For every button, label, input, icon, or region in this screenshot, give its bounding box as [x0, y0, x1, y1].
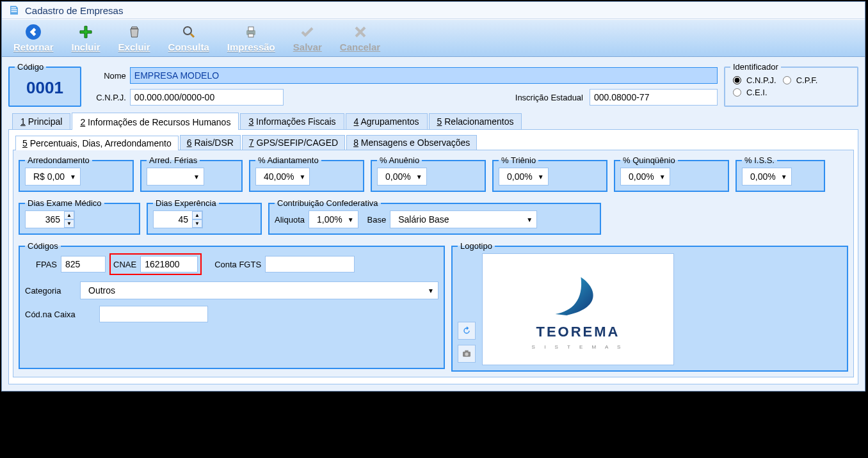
- spin-up-icon[interactable]: ▲: [192, 211, 202, 219]
- body-area: Código 0001 Nome C.N.P.J. Inscrição Esta…: [2, 57, 865, 391]
- subtab-rais[interactable]: 6 Rais/DSR: [180, 135, 241, 150]
- window-title: Cadastro de Empresas: [25, 5, 123, 16]
- spin-up-icon[interactable]: ▲: [64, 211, 74, 219]
- svg-rect-3: [248, 27, 253, 31]
- codigo-label: Código: [15, 62, 46, 72]
- adiantamento-combo[interactable]: 40,00%▼: [255, 168, 310, 186]
- anuenio-combo[interactable]: 0,00%▼: [377, 168, 427, 186]
- tab-body: 5 Percentuais, Dias, Arredondamento 6 Ra…: [8, 130, 858, 384]
- categoria-combo[interactable]: Outros▼: [80, 281, 438, 299]
- arred-ferias-combo[interactable]: ▼: [147, 168, 204, 186]
- subtab-percentuais[interactable]: 5 Percentuais, Dias, Arredondamento: [15, 136, 179, 150]
- conta-fgts-label: Conta FGTS: [214, 260, 261, 269]
- dias-exame-spinner[interactable]: ▲▼: [25, 210, 75, 228]
- tab-relacionamentos[interactable]: 5 Relacionamentos: [429, 113, 522, 129]
- dias-experiencia-input[interactable]: [154, 211, 192, 228]
- cod-caixa-field[interactable]: [99, 306, 208, 322]
- salvar-button: Salvar: [293, 24, 322, 52]
- radio-cpf-label: C.P.F.: [796, 75, 818, 85]
- svg-point-6: [465, 352, 468, 356]
- sub-tabs: 5 Percentuais, Dias, Arredondamento 6 Ra…: [13, 135, 854, 150]
- camera-icon: [462, 349, 472, 359]
- subtab-mensagens[interactable]: 8 Mensagens e Observações: [346, 135, 477, 150]
- quinquenio-group: % Quinqüênio 0,00%▼: [614, 155, 729, 192]
- identificador-legend: Identificador: [730, 62, 781, 72]
- impressao-button[interactable]: Impressão: [227, 24, 275, 52]
- check-icon: [299, 24, 316, 40]
- tab-rh[interactable]: 2 Informações de Recursos Humanos: [72, 113, 239, 130]
- tab-fiscais[interactable]: 3 Informações Fiscais: [240, 113, 344, 129]
- arredondamento-group: Arredondamento R$ 0,00▼: [19, 155, 134, 192]
- app-window: Cadastro de Empresas Retornar Incluir Ex…: [1, 1, 865, 391]
- iss-combo[interactable]: 0,00%▼: [742, 168, 792, 186]
- cnpj-label: C.N.P.J.: [88, 93, 126, 102]
- logo-preview: TEOREMA S I S T E M A S: [482, 253, 674, 365]
- cnpj-field[interactable]: [130, 89, 284, 106]
- arredondamento-combo[interactable]: R$ 0,00▼: [25, 168, 81, 186]
- logo-brand-sub: S I S T E M A S: [532, 344, 625, 350]
- radio-cei-label: C.E.I.: [746, 88, 768, 97]
- ie-label: Inscrição Estadual: [515, 93, 583, 102]
- back-icon: [25, 24, 42, 40]
- confederativa-group: Contribuição Confederativa Aliquota 1,00…: [268, 198, 601, 235]
- toolbar: Retornar Incluir Excluir Consulta Impres…: [2, 19, 865, 57]
- spin-down-icon[interactable]: ▼: [64, 219, 74, 228]
- cod-caixa-label: Cód.na Caixa: [25, 310, 95, 319]
- codigos-group: Códigos FPAS CNAE Conta FGTS: [19, 241, 445, 369]
- app-icon: [8, 4, 20, 16]
- aliquota-label: Aliquota: [275, 215, 305, 225]
- close-icon: [352, 24, 369, 40]
- radio-cpf[interactable]: [783, 76, 791, 84]
- titlebar: Cadastro de Empresas: [2, 2, 865, 19]
- quinquenio-combo[interactable]: 0,00%▼: [620, 168, 670, 186]
- dias-exame-input[interactable]: [26, 211, 64, 228]
- trienio-combo[interactable]: 0,00%▼: [499, 168, 549, 186]
- retornar-button[interactable]: Retornar: [13, 24, 54, 52]
- trash-icon: [126, 24, 143, 40]
- fpas-field[interactable]: [61, 256, 106, 272]
- logo-camera-button[interactable]: [458, 345, 476, 363]
- nome-label: Nome: [88, 71, 126, 81]
- cnae-label: CNAE: [113, 260, 136, 269]
- svg-rect-7: [465, 351, 468, 352]
- ie-field[interactable]: [590, 89, 718, 106]
- logo-refresh-button[interactable]: [458, 322, 476, 340]
- svg-point-1: [184, 27, 191, 35]
- dias-experiencia-group: Dias Experência ▲▼: [147, 198, 262, 235]
- swoosh-icon: [543, 269, 613, 320]
- base-combo[interactable]: Salário Base▼: [390, 210, 537, 228]
- tab-principal[interactable]: 1 Principal: [12, 113, 70, 129]
- nome-field[interactable]: [130, 67, 718, 84]
- print-icon: [243, 24, 259, 40]
- subtab-body: Arredondamento R$ 0,00▼ Arred. Férias ▼ …: [13, 150, 854, 377]
- base-label: Base: [367, 215, 387, 225]
- incluir-button[interactable]: Incluir: [72, 24, 100, 52]
- categoria-label: Categoria: [25, 286, 76, 296]
- refresh-icon: [462, 326, 472, 336]
- spin-down-icon[interactable]: ▼: [192, 219, 202, 228]
- iss-group: % I.S.S. 0,00%▼: [735, 155, 825, 192]
- cnae-field[interactable]: [140, 256, 198, 272]
- main-tabs: 1 Principal 2 Informações de Recursos Hu…: [8, 112, 858, 130]
- logotipo-group: Logotipo: [451, 241, 848, 372]
- adiantamento-group: % Adiantamento 40,00%▼: [249, 155, 364, 192]
- logo-brand: TEOREMA: [536, 324, 620, 340]
- cancelar-button: Cancelar: [340, 24, 380, 52]
- radio-cei[interactable]: [733, 88, 741, 97]
- codigo-value: 0001: [15, 75, 75, 100]
- radio-cnpj-label: C.N.P.J.: [746, 75, 776, 85]
- radio-cnpj[interactable]: [733, 76, 741, 84]
- search-icon: [181, 24, 197, 40]
- tab-agrupamentos[interactable]: 4 Agrupamentos: [346, 113, 428, 129]
- codigo-group: Código 0001: [8, 62, 81, 107]
- subtab-gps[interactable]: 7 GPS/SEFIP/CAGED: [242, 135, 345, 150]
- dias-experiencia-spinner[interactable]: ▲▼: [153, 210, 203, 228]
- aliquota-combo[interactable]: 1,00%▼: [309, 210, 358, 228]
- excluir-button[interactable]: Excluir: [118, 24, 150, 52]
- cnae-highlight: CNAE: [109, 253, 202, 275]
- consulta-button[interactable]: Consulta: [168, 24, 209, 52]
- conta-fgts-field[interactable]: [265, 256, 355, 272]
- svg-rect-4: [248, 34, 253, 37]
- arred-ferias-group: Arred. Férias ▼: [140, 155, 243, 192]
- anuenio-group: % Anuênio 0,00%▼: [371, 155, 486, 192]
